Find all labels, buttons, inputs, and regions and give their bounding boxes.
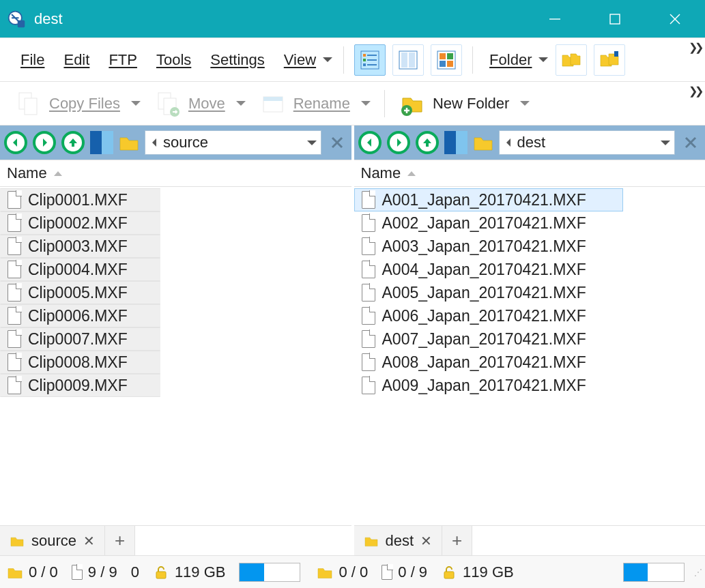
- file-name: Clip0006.MXF: [28, 307, 128, 325]
- file-row[interactable]: Clip0001.MXF: [0, 188, 160, 211]
- file-row[interactable]: A009_Japan_20170421.MXF: [354, 374, 706, 397]
- dual-folder-2-button[interactable]: [594, 44, 625, 76]
- view-mode-3-button[interactable]: [431, 44, 462, 76]
- file-icon: [362, 330, 375, 348]
- copy-files-button[interactable]: Copy Files: [8, 87, 147, 120]
- file-row[interactable]: A005_Japan_20170421.MXF: [354, 281, 706, 304]
- up-button[interactable]: [416, 131, 439, 154]
- maximize-button[interactable]: [585, 0, 645, 38]
- file-name: A008_Japan_20170421.MXF: [382, 353, 586, 372]
- file-name: Clip0005.MXF: [28, 284, 128, 302]
- svg-rect-12: [367, 64, 377, 65]
- caret-down-icon: [131, 101, 141, 106]
- file-icon: [8, 330, 21, 348]
- svg-rect-11: [363, 63, 366, 66]
- view-mode-1-button[interactable]: [354, 44, 386, 76]
- app-icon: [7, 10, 26, 29]
- svg-rect-9: [363, 59, 366, 61]
- file-row[interactable]: A006_Japan_20170421.MXF: [354, 304, 706, 327]
- file-row[interactable]: Clip0003.MXF: [0, 235, 160, 258]
- titlebar: dest: [0, 0, 705, 38]
- left-tab[interactable]: source ✕: [0, 526, 105, 555]
- dual-folder-1-button[interactable]: [556, 44, 587, 76]
- left-close-button[interactable]: [327, 132, 347, 153]
- file-icon: [8, 353, 21, 371]
- right-pane: dest Name A001_Japan_20170421.MXFA002_Ja…: [354, 126, 706, 555]
- file-icon: [8, 284, 21, 302]
- left-path-dropdown[interactable]: source: [145, 130, 321, 155]
- forward-button[interactable]: [33, 131, 56, 154]
- svg-rect-1: [18, 20, 25, 27]
- right-tab[interactable]: dest ✕: [354, 526, 443, 555]
- file-icon: [362, 261, 375, 278]
- right-tab-add[interactable]: +: [442, 526, 472, 555]
- file-name: Clip0004.MXF: [28, 261, 128, 279]
- file-row[interactable]: A007_Japan_20170421.MXF: [354, 327, 706, 351]
- file-icon: [362, 353, 375, 371]
- tab-close-icon[interactable]: ✕: [420, 533, 432, 549]
- right-tabs: dest ✕ +: [354, 525, 706, 555]
- file-row[interactable]: Clip0006.MXF: [0, 304, 160, 327]
- file-row[interactable]: A008_Japan_20170421.MXF: [354, 351, 706, 374]
- svg-rect-20: [447, 61, 453, 67]
- minimize-button[interactable]: [525, 0, 585, 38]
- caret-down-icon: [323, 57, 332, 62]
- rename-button[interactable]: Rename: [253, 87, 377, 120]
- menu-settings[interactable]: Settings: [201, 46, 274, 74]
- left-column-header[interactable]: Name: [0, 160, 351, 187]
- back-button[interactable]: [4, 131, 27, 154]
- tab-label: dest: [386, 532, 414, 550]
- menu-file[interactable]: File: [11, 46, 54, 74]
- file-name: A003_Japan_20170421.MXF: [382, 237, 586, 256]
- view-mode-2-button[interactable]: [392, 44, 424, 76]
- file-row[interactable]: Clip0008.MXF: [0, 351, 160, 374]
- overflow-icon[interactable]: ❯❯: [689, 85, 701, 98]
- file-row[interactable]: Clip0004.MXF: [0, 258, 160, 281]
- menu-edit[interactable]: Edit: [54, 46, 99, 74]
- actionbar: Copy Files Move Rename New Folder ❯❯: [0, 82, 705, 126]
- right-path-text: dest: [517, 134, 546, 151]
- resize-grip[interactable]: ⋰: [691, 565, 705, 580]
- file-row[interactable]: A001_Japan_20170421.MXF: [354, 188, 624, 211]
- file-name: Clip0008.MXF: [28, 353, 128, 372]
- menu-tools[interactable]: Tools: [147, 46, 201, 74]
- panel-toggle-button[interactable]: [444, 131, 467, 154]
- sort-asc-icon: [54, 171, 62, 176]
- menu-ftp[interactable]: FTP: [99, 46, 147, 74]
- left-disk-meter: [232, 563, 307, 582]
- left-tab-add[interactable]: +: [105, 526, 135, 555]
- back-button[interactable]: [358, 131, 382, 154]
- menu-view[interactable]: View: [274, 46, 336, 74]
- file-row[interactable]: A002_Japan_20170421.MXF: [354, 211, 706, 235]
- caret-down-icon: [361, 101, 371, 106]
- close-button[interactable]: [645, 0, 705, 38]
- file-icon: [8, 307, 21, 325]
- left-folder-count: 0 / 0: [0, 563, 65, 581]
- move-button[interactable]: Move: [147, 87, 253, 120]
- caret-down-icon: [307, 141, 317, 145]
- panel-toggle-button[interactable]: [90, 131, 113, 154]
- overflow-icon[interactable]: ❯❯: [689, 41, 701, 54]
- menu-folder[interactable]: Folder: [480, 46, 552, 74]
- right-path-dropdown[interactable]: dest: [499, 130, 676, 155]
- column-name-label: Name: [361, 164, 401, 182]
- file-row[interactable]: A004_Japan_20170421.MXF: [354, 258, 706, 281]
- svg-rect-3: [610, 14, 620, 24]
- file-icon: [8, 377, 21, 394]
- file-row[interactable]: A003_Japan_20170421.MXF: [354, 235, 706, 258]
- file-name: Clip0003.MXF: [28, 237, 128, 256]
- tab-close-icon[interactable]: ✕: [83, 533, 95, 549]
- file-icon: [362, 191, 375, 209]
- up-button[interactable]: [61, 131, 85, 154]
- right-close-button[interactable]: [680, 132, 701, 153]
- folder-icon: [10, 535, 25, 547]
- file-row[interactable]: Clip0007.MXF: [0, 327, 160, 351]
- window-title: dest: [34, 10, 525, 28]
- file-row[interactable]: Clip0002.MXF: [0, 211, 160, 235]
- forward-button[interactable]: [387, 131, 410, 154]
- file-row[interactable]: Clip0009.MXF: [0, 374, 160, 397]
- file-row[interactable]: Clip0005.MXF: [0, 281, 160, 304]
- new-folder-button[interactable]: New Folder: [392, 87, 536, 120]
- right-disk: 119 GB: [434, 563, 616, 581]
- right-column-header[interactable]: Name: [354, 160, 706, 187]
